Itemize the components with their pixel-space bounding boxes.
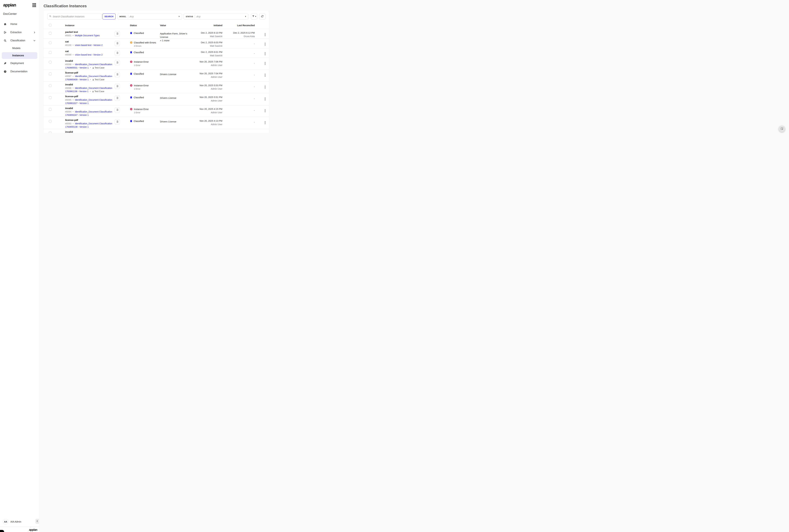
table-row[interactable]: license-pdf #0097 • Identification_Docum…: [43, 70, 269, 81]
row-checkbox[interactable]: [49, 96, 52, 99]
row-menu-button[interactable]: [261, 97, 269, 100]
row-checkbox[interactable]: [49, 41, 52, 44]
reconciled-empty: -: [222, 121, 255, 124]
model-link[interactable]: Identification_Document Classification: [75, 87, 112, 89]
sidebar-item-classification[interactable]: Classification: [0, 36, 39, 45]
table-row[interactable]: license-pdf #0095 • Identification_Docum…: [43, 93, 269, 105]
table-row[interactable]: license-pdf #0093 • Identification_Docum…: [43, 117, 269, 129]
caret-down-icon: ▼: [178, 16, 180, 17]
row-checkbox[interactable]: [49, 108, 52, 111]
search-button[interactable]: SEARCH: [102, 14, 115, 19]
row-menu-button[interactable]: [261, 74, 269, 77]
sidebar-item-instances[interactable]: Instances: [2, 52, 37, 59]
document-preview-button[interactable]: [115, 96, 120, 101]
status-label: Classified: [134, 51, 144, 54]
row-checkbox[interactable]: [49, 51, 52, 54]
row-menu-button[interactable]: [261, 52, 269, 55]
row-menu-button[interactable]: [261, 121, 269, 124]
row-checkbox[interactable]: [49, 73, 52, 75]
sidebar-item-extraction[interactable]: Extraction: [0, 28, 39, 36]
model-link[interactable]: Identification_Document Classification: [75, 111, 112, 113]
status-label: Classified with Errors: [134, 41, 156, 44]
status-label: Classified: [134, 120, 144, 122]
model-link[interactable]: Identification_Document Classification: [75, 99, 112, 101]
model-version-link[interactable]: 1763665409 - Version 1: [65, 78, 89, 81]
model-link[interactable]: Identification_Document Classification: [75, 63, 112, 65]
model-link[interactable]: vision based test - Version 2: [75, 44, 102, 46]
reconciled-empty: -: [222, 86, 255, 88]
instance-sub: #0097 • Identification_Document Classifi…: [65, 75, 109, 77]
sidebar-item-deployment[interactable]: Deployment: [0, 59, 39, 68]
sidebar-item-home[interactable]: Home: [0, 20, 39, 28]
sidebar-item-documentation[interactable]: ? Documentation: [0, 68, 39, 76]
row-menu-button[interactable]: [261, 33, 269, 36]
table-row[interactable]: invalid #0094 • Identification_Document …: [43, 105, 269, 117]
model-link[interactable]: Identification_Document Classification: [75, 122, 112, 125]
table-row[interactable]: invalid #0096 • Identification_Document …: [43, 81, 269, 93]
document-preview-button[interactable]: [115, 31, 120, 36]
row-checkbox[interactable]: [49, 84, 52, 87]
model-link[interactable]: Multiple Document Types: [75, 34, 100, 37]
model-version-link[interactable]: 1763655138 - Version 1: [65, 126, 89, 128]
row-checkbox[interactable]: [49, 132, 52, 133]
table-row[interactable]: cat #0099 • vision based test - Version …: [43, 48, 269, 58]
document-preview-button[interactable]: [115, 60, 120, 65]
error-icon: [130, 108, 133, 111]
model-version-link[interactable]: 1763655247 - Version 1: [65, 114, 89, 116]
reconciled-by: Druva Kota: [222, 35, 255, 38]
instance-name: invalid: [65, 131, 109, 133]
row-checkbox[interactable]: [49, 32, 52, 35]
model-version-link[interactable]: 1763661027 - Version 1: [65, 102, 89, 104]
table-row[interactable]: packet test #0001 • Multiple Document Ty…: [43, 29, 269, 38]
document-icon: [116, 42, 119, 45]
instance-name: invalid: [65, 83, 109, 86]
sidebar-nav: Home Extraction Classification Models In…: [0, 20, 39, 76]
test-case-tag: •Test Case: [89, 66, 105, 69]
table-row[interactable]: cat #0100 • vision based test - Version …: [43, 38, 269, 48]
document-preview-button[interactable]: [115, 41, 120, 46]
model-version-link[interactable]: 1763665531 - Version 1: [65, 66, 89, 69]
refresh-button[interactable]: [259, 14, 265, 19]
row-checkbox[interactable]: [49, 120, 52, 122]
rocket-icon: [3, 62, 7, 65]
select-all-checkbox[interactable]: [49, 24, 52, 26]
document-preview-button[interactable]: [115, 72, 120, 77]
table-row[interactable]: invalid • •Test Case: [43, 129, 269, 133]
instance-number: #0096: [65, 87, 71, 89]
model-dropdown[interactable]: MODEL Any ▼: [117, 14, 182, 19]
search-box: [48, 14, 101, 19]
document-icon: [116, 109, 119, 112]
model-link[interactable]: vision based test - Version 2: [75, 54, 102, 56]
instance-sub: #0098 • Identification_Document Classifi…: [65, 63, 109, 65]
instance-number: #0100: [65, 44, 71, 46]
model-version-link[interactable]: 1763661136 - Version 1: [65, 90, 89, 93]
table-row[interactable]: invalid #0098 • Identification_Document …: [43, 58, 269, 70]
row-menu-button[interactable]: [261, 43, 269, 45]
test-case-tag: •Test Case: [89, 78, 105, 81]
waffle-menu-icon[interactable]: [33, 3, 36, 7]
test-case-tag: •Test Case: [89, 90, 104, 93]
document-preview-button[interactable]: [115, 108, 120, 113]
value-cell: [160, 84, 190, 93]
model-link[interactable]: Identification_Document Classification: [75, 75, 112, 77]
document-preview-button[interactable]: [115, 51, 120, 56]
document-icon: [116, 52, 119, 55]
value-cell: [160, 108, 190, 117]
filter-button[interactable]: [251, 14, 257, 19]
instance-name: license-pdf: [65, 95, 109, 98]
search-input[interactable]: [53, 15, 100, 18]
error-icon: [130, 84, 133, 87]
instance-name: invalid: [65, 59, 109, 62]
document-preview-button[interactable]: [115, 119, 120, 125]
status-error-count: 2 Errors: [134, 45, 160, 47]
row-menu-button[interactable]: [261, 62, 269, 65]
row-menu-button[interactable]: [261, 109, 269, 112]
document-preview-button[interactable]: [115, 84, 120, 89]
instance-sub: #0094 • Identification_Document Classifi…: [65, 111, 109, 113]
sidebar-item-models[interactable]: Models: [0, 45, 39, 52]
svg-text:?: ?: [4, 71, 5, 72]
flask-icon: [92, 90, 94, 92]
row-menu-button[interactable]: [261, 86, 269, 89]
row-checkbox[interactable]: [49, 61, 52, 63]
status-dropdown[interactable]: STATUS Any ▼: [184, 14, 248, 19]
